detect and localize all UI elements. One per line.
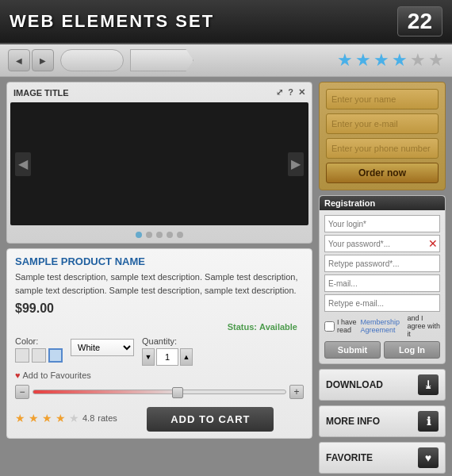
heart-icon: ♥	[15, 370, 21, 380]
product-name: SAMPLE PRODUCT NAME	[15, 255, 304, 267]
product-options: Color: White Quantity: ▼	[15, 336, 304, 366]
left-panel: IMAGE TITLE ⤢ ? ✕ ◀ ▶ SAMPLE PRODU	[6, 82, 312, 461]
slider-track	[33, 390, 286, 394]
dot-3[interactable]	[156, 232, 163, 238]
close-icon[interactable]: ✕	[298, 87, 305, 98]
download-button[interactable]: DOWNLOAD ⤓	[319, 369, 446, 401]
email-input[interactable]	[326, 113, 439, 134]
login-input[interactable]	[324, 215, 440, 232]
star-5: ★	[410, 50, 426, 71]
retype-password-input[interactable]	[324, 255, 440, 272]
help-icon[interactable]: ?	[288, 87, 293, 98]
slideshow-dots	[10, 228, 308, 240]
star-6: ★	[428, 50, 444, 71]
name-input[interactable]	[326, 89, 439, 109]
status-label: Status:	[228, 322, 257, 332]
parchment-form: Order now	[319, 82, 446, 190]
swatch-1[interactable]	[15, 348, 29, 363]
slide-prev-button[interactable]: ◀	[15, 152, 31, 176]
dot-5[interactable]	[177, 232, 183, 238]
rating-row: ★ ★ ★ ★ ★ 4.8 rates	[15, 412, 117, 424]
header-number: 22	[397, 6, 442, 36]
product-description: Sample test description, sample text des…	[15, 271, 304, 297]
agreement-text: I have read	[337, 318, 358, 334]
toolbar: ◀ ▶ ★ ★ ★ ★ ★ ★	[0, 44, 452, 77]
small-star-5: ★	[69, 412, 79, 424]
star-2: ★	[355, 50, 371, 71]
product-price: $99.00	[15, 301, 304, 316]
dot-1[interactable]	[136, 232, 142, 238]
color-select[interactable]: White	[71, 339, 134, 356]
agreement-checkbox[interactable]	[324, 321, 335, 332]
right-panel: Order now Registration ✕ I have read Mem…	[319, 82, 446, 461]
dot-4[interactable]	[167, 232, 173, 238]
password-input[interactable]	[324, 235, 440, 252]
quantity-group: ▼ ▲	[142, 348, 193, 366]
registration-title: Registration	[320, 196, 445, 210]
slideshow-header: IMAGE TITLE ⤢ ? ✕	[10, 86, 308, 99]
retype-email-input[interactable]	[324, 294, 440, 312]
star-1: ★	[337, 50, 353, 71]
swatch-3[interactable]	[48, 348, 63, 363]
main-area: IMAGE TITLE ⤢ ? ✕ ◀ ▶ SAMPLE PRODU	[0, 77, 452, 466]
star-3: ★	[373, 50, 389, 71]
rating-label: rates	[98, 413, 117, 423]
small-star-3: ★	[42, 412, 52, 424]
more-info-label: MORE INFO	[326, 416, 380, 427]
small-star-4: ★	[56, 412, 66, 424]
slideshow-controls: ⤢ ? ✕	[276, 87, 305, 98]
phone-input[interactable]	[326, 138, 439, 159]
prev-button[interactable]: ◀	[8, 49, 30, 71]
add-to-cart-button[interactable]: ADD TO CART	[147, 407, 274, 432]
download-label: DOWNLOAD	[326, 379, 383, 390]
dot-2[interactable]	[146, 232, 152, 238]
download-icon: ⤓	[418, 374, 439, 395]
qty-decrease-button[interactable]: ▼	[142, 348, 155, 366]
agreement-link[interactable]: Membership Agreement	[360, 318, 404, 334]
next-button[interactable]: ▶	[32, 49, 54, 71]
slider-row: − +	[15, 385, 304, 399]
info-icon: ℹ	[418, 411, 439, 432]
small-star-2: ★	[29, 412, 39, 424]
registration-box: Registration ✕ I have read Membership Ag…	[319, 195, 446, 364]
slider-plus-button[interactable]: +	[289, 385, 304, 399]
quantity-label: Quantity:	[142, 336, 193, 346]
login-button[interactable]: Log In	[384, 341, 440, 359]
star-4: ★	[392, 50, 408, 71]
submit-button[interactable]: Submit	[324, 341, 381, 359]
slideshow: IMAGE TITLE ⤢ ? ✕ ◀ ▶	[6, 82, 312, 244]
product-status: Status: Available	[15, 322, 304, 332]
slider-minus-button[interactable]: −	[15, 385, 29, 399]
slider-thumb[interactable]	[172, 387, 183, 398]
nav-group: ◀ ▶	[8, 49, 54, 71]
quantity-option: Quantity: ▼ ▲	[142, 336, 193, 366]
favorite-label: FAVORITE	[326, 452, 373, 463]
password-error-icon: ✕	[428, 237, 438, 250]
status-value: Available	[259, 322, 297, 332]
small-star-1: ★	[15, 412, 25, 424]
slideshow-title: IMAGE TITLE	[13, 88, 69, 98]
expand-icon[interactable]: ⤢	[276, 87, 283, 98]
rating-stars: ★ ★ ★ ★ ★ ★	[337, 50, 444, 71]
color-option: Color:	[15, 336, 63, 366]
color-swatches	[15, 348, 63, 363]
email-reg-input[interactable]	[324, 274, 440, 292]
slide-next-button[interactable]: ▶	[288, 152, 304, 176]
rating-value: 4.8	[82, 413, 94, 423]
favourites-label: Add to Favourites	[23, 370, 91, 380]
heart-action-icon: ♥	[418, 447, 439, 468]
password-row: ✕	[324, 235, 440, 252]
favorite-button[interactable]: FAVORITE ♥	[319, 442, 446, 474]
pill-button[interactable]	[60, 49, 124, 71]
arrow-button[interactable]	[130, 49, 193, 71]
reg-buttons: Submit Log In	[324, 341, 440, 359]
qty-increase-button[interactable]: ▲	[180, 348, 193, 366]
order-button[interactable]: Order now	[326, 163, 439, 183]
slideshow-viewport: ◀ ▶	[10, 102, 308, 225]
header-title: WEB ELEMENTS SET	[10, 11, 214, 32]
more-info-button[interactable]: MORE INFO ℹ	[319, 405, 446, 437]
swatch-2[interactable]	[32, 348, 46, 363]
agreement-suffix: and I agree with it	[407, 314, 440, 338]
add-to-favourites-link[interactable]: ♥ Add to Favourites	[15, 370, 304, 380]
quantity-input[interactable]	[156, 348, 178, 366]
